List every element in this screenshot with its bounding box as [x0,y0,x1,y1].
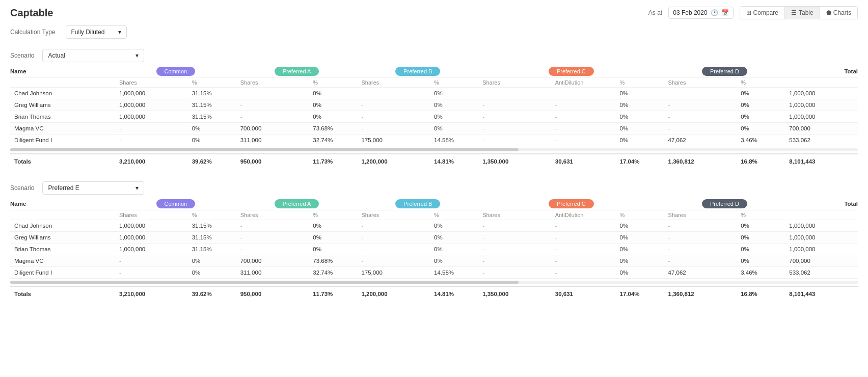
charts-button[interactable]: ⬟ Charts [820,7,857,19]
charts-icon: ⬟ [826,9,831,16]
chevron-down-icon: ▾ [135,52,139,59]
table-row: Chad Johnson1,000,00031.15%-0%-0%--0%-0%… [10,88,858,99]
table-section-2: Name Common Preferred A Preferred B Pref… [0,198,868,308]
chevron-down-icon: ▾ [118,29,121,36]
col-header-prefa: Preferred A [236,65,358,78]
history-icon[interactable]: 🕑 [711,9,718,16]
scenario-dropdown-1[interactable]: Actual ▾ [42,49,144,62]
table-section-1: Name Common Preferred A Preferred B Pref… [0,65,868,175]
calc-type-dropdown[interactable]: Fully Diluted ▾ [66,25,127,39]
table-button[interactable]: ☰ Table [784,7,820,19]
subh2-pb-pct: % [430,210,478,220]
col-header-prefc-2: Preferred C [478,198,664,210]
subh2-total [785,210,858,220]
subh-pa-pct: % [309,78,357,88]
subh-pb-shares: Shares [357,78,430,88]
table-row: Chad Johnson1,000,00031.15%-0%-0%--0%-0%… [10,220,858,232]
table-row: Greg Williams1,000,00031.15%-0%-0%--0%-0… [10,99,858,111]
table-row: Greg Williams1,000,00031.15%-0%-0%--0%-0… [10,232,858,244]
col-header-prefd: Preferred D [664,65,785,78]
subh-pa-shares: Shares [236,78,309,88]
subh2-pc-pct: % [616,210,664,220]
table-row: Diligent Fund I-0%311,00032.74%175,00014… [10,267,858,279]
subh-pd-shares: Shares [664,78,737,88]
scenario-label-2: Scenario [10,184,34,192]
subh-pb-pct: % [430,78,478,88]
subh2-com-shares: Shares [115,210,188,220]
chevron-down-icon: ▾ [135,184,139,192]
col-header-name-2: Name [10,198,115,210]
compare-button[interactable]: ⊞ Compare [740,7,784,19]
subh-pd-pct: % [737,78,785,88]
cap-table-1: Name Common Preferred A Preferred B Pref… [10,65,858,167]
calendar-icon[interactable]: 📅 [721,9,729,16]
subh2-pa-pct: % [309,210,357,220]
table-row: Diligent Fund I-0%311,00032.74%175,00014… [10,134,858,146]
col-header-prefa-2: Preferred A [236,198,358,210]
subh-pc-pct: % [616,78,664,88]
subh2-pa-shares: Shares [236,210,309,220]
subh2-pd-shares: Shares [664,210,737,220]
subh2-name [10,210,115,220]
view-toggle: ⊞ Compare ☰ Table ⬟ Charts [740,6,858,19]
col-header-prefc: Preferred C [478,65,664,78]
totals-row: Totals3,210,00039.62%950,00011.73%1,200,… [10,286,858,300]
subh-pc-shares: Shares [478,78,551,88]
date-value: 03 Feb 2020 [673,9,707,16]
subh2-pc-shares: Shares [478,210,551,220]
subh-name [10,78,115,88]
table-row: Magma VC-0%700,00073.68%-0%--0%-0%700,00… [10,255,858,267]
subh-pc-antidil: AntiDilution [551,78,616,88]
col-header-total: Total [785,65,858,78]
col-header-total-2: Total [785,198,858,210]
subh2-pc-antidil: AntiDilution [551,210,616,220]
table-row: Brian Thomas1,000,00031.15%-0%-0%--0%-0%… [10,111,858,123]
subh-com-shares: Shares [115,78,188,88]
calc-type-label: Calculation Type [10,29,56,36]
subh2-com-pct: % [188,210,236,220]
col-header-common: Common [115,65,236,78]
date-field[interactable]: 03 Feb 2020 🕑 📅 [668,7,733,19]
scrollbar-row[interactable] [10,279,858,287]
subh-total [785,78,858,88]
as-at-label: As at [648,9,662,16]
subh2-pb-shares: Shares [357,210,430,220]
col-header-prefb: Preferred B [357,65,478,78]
table-row: Magma VC-0%700,00073.68%-0%--0%-0%700,00… [10,123,858,134]
subh-com-pct: % [188,78,236,88]
table-row: Brian Thomas1,000,00031.15%-0%-0%--0%-0%… [10,244,858,255]
scenario-dropdown-2[interactable]: Preferred E ▾ [42,181,144,195]
table-icon: ☰ [791,9,797,16]
compare-icon: ⊞ [746,9,751,16]
col-header-name: Name [10,65,115,78]
app-title: Captable [10,7,53,19]
scrollbar-row[interactable] [10,146,858,154]
cap-table-2: Name Common Preferred A Preferred B Pref… [10,198,858,300]
totals-row: Totals3,210,00039.62%950,00011.73%1,200,… [10,154,858,167]
subh2-pd-pct: % [737,210,785,220]
col-header-prefb-2: Preferred B [357,198,478,210]
col-header-prefd-2: Preferred D [664,198,785,210]
scenario-label-1: Scenario [10,52,34,59]
col-header-common-2: Common [115,198,236,210]
